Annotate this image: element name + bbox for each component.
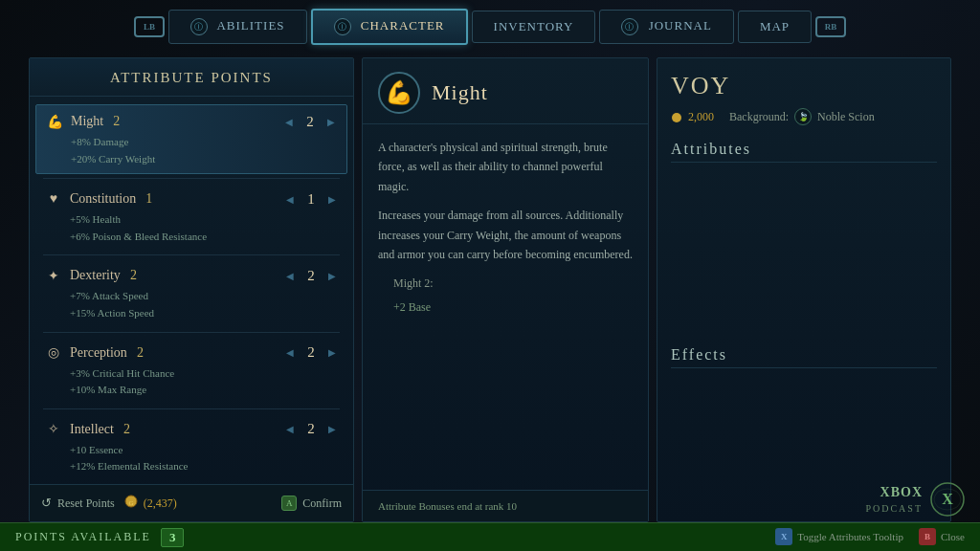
- rank-label: Might 2:: [393, 274, 617, 293]
- points-available-value: 3: [161, 528, 185, 547]
- might-name: Might: [71, 114, 103, 129]
- attribute-constitution[interactable]: ♥ Constitution 1 ◀ 1 ▶ +5% Health +6% Po…: [35, 183, 347, 251]
- divider-3: [43, 332, 340, 333]
- dexterity-increase[interactable]: ▶: [324, 268, 340, 283]
- reset-icon: ↺: [41, 496, 52, 511]
- intellect-name: Intellect: [70, 422, 114, 437]
- attribute-list: 💪 Might 2 ◀ 2 ▶ +8% Damage +20% Carry We…: [30, 97, 353, 484]
- xbox-podcast-logo: XBOX PODCAST X: [865, 482, 965, 517]
- xbox-text: XBOX PODCAST: [865, 484, 923, 514]
- attribute-might[interactable]: 💪 Might 2 ◀ 2 ▶ +8% Damage +20% Carry We…: [35, 104, 347, 174]
- b-button-icon: B: [919, 528, 936, 545]
- perception-value: 2: [303, 344, 319, 361]
- constitution-decrease[interactable]: ◀: [282, 191, 298, 207]
- x-button-icon: X: [775, 528, 792, 545]
- might-bonus-2: +20% Carry Weight: [71, 151, 339, 168]
- perception-increase[interactable]: ▶: [324, 345, 340, 361]
- toggle-tooltip-button[interactable]: X Toggle Attributes Tooltip: [775, 528, 903, 545]
- character-name: VOY: [671, 72, 937, 100]
- dexterity-number: 2: [130, 268, 137, 283]
- might-value: 2: [302, 114, 318, 130]
- rank-value: +2 Base: [393, 298, 617, 317]
- tab-journal[interactable]: ⓘ JOURNAL: [599, 10, 733, 45]
- tab-abilities[interactable]: ⓘ ABILITIES: [168, 10, 307, 45]
- tab-map[interactable]: MAP: [738, 11, 812, 43]
- confirm-button[interactable]: A Confirm: [281, 496, 342, 511]
- close-button[interactable]: B Close: [919, 528, 965, 545]
- divider-2: [43, 254, 340, 255]
- svg-text:G: G: [128, 499, 133, 507]
- perception-bonuses: +3% Critical Hit Chance +10% Max Range: [43, 365, 340, 399]
- attributes-section-content: [671, 174, 937, 346]
- dexterity-icon: ✦: [43, 265, 64, 286]
- lb-bumper[interactable]: LB: [134, 16, 165, 37]
- attribute-perception[interactable]: ◎ Perception 2 ◀ 2 ▶ +3% Critical Hit Ch…: [35, 337, 347, 405]
- tab-character[interactable]: ⓘ CHARACTER: [311, 9, 468, 46]
- intellect-increase[interactable]: ▶: [324, 422, 340, 437]
- dexterity-bonuses: +7% Attack Speed +15% Action Speed: [43, 288, 340, 321]
- dexterity-decrease[interactable]: ◀: [282, 268, 298, 283]
- intellect-icon: ✧: [43, 419, 64, 440]
- main-content: Attribute Points 💪 Might 2 ◀ 2 ▶: [29, 57, 951, 522]
- panel-title: Attribute Points: [30, 58, 353, 97]
- intellect-bonus-1: +10 Essence: [70, 442, 340, 459]
- perception-number: 2: [137, 345, 144, 361]
- perception-bonus-1: +3% Critical Hit Chance: [70, 365, 340, 383]
- dexterity-value: 2: [303, 268, 319, 284]
- perception-name: Perception: [70, 345, 127, 361]
- confirm-icon: A: [281, 496, 297, 511]
- might-bonuses: +8% Damage +20% Carry Weight: [44, 134, 339, 167]
- effects-section-title: Effects: [671, 346, 937, 368]
- attribute-points-panel: Attribute Points 💪 Might 2 ◀ 2 ▶: [29, 57, 354, 522]
- dexterity-bonus-1: +7% Attack Speed: [70, 288, 340, 305]
- skill-description: A character's physical and spiritual str…: [363, 124, 648, 490]
- constitution-icon: ♥: [43, 188, 64, 209]
- xbox-logo-icon: X: [930, 482, 965, 517]
- attribute-intellect[interactable]: ✧ Intellect 2 ◀ 2 ▶ +10 Essence +12% Ele…: [35, 413, 347, 481]
- character-meta: 2,000 Background: 🍃 Noble Scion: [671, 108, 937, 125]
- coin-amount: (2,437): [144, 496, 177, 511]
- intellect-decrease[interactable]: ◀: [282, 422, 298, 437]
- background-icon: 🍃: [794, 108, 812, 125]
- constitution-bonuses: +5% Health +6% Poison & Bleed Resistance: [43, 211, 340, 245]
- rb-bumper[interactable]: RB: [815, 16, 846, 37]
- skill-title: Might: [432, 80, 488, 105]
- divider-4: [43, 408, 340, 409]
- close-label: Close: [941, 531, 965, 542]
- might-number: 2: [113, 114, 120, 129]
- constitution-bonus-2: +6% Poison & Bleed Resistance: [70, 229, 340, 246]
- attribute-dexterity[interactable]: ✦ Dexterity 2 ◀ 2 ▶ +7% Attack Speed +15…: [35, 259, 347, 327]
- svg-point-2: [672, 113, 681, 122]
- confirm-label: Confirm: [302, 496, 342, 511]
- tab-inventory[interactable]: INVENTORY: [472, 11, 596, 43]
- journal-icon: ⓘ: [621, 18, 638, 35]
- constitution-value: 1: [303, 191, 319, 208]
- dexterity-name: Dexterity: [70, 268, 121, 283]
- bonus-bar-text: Attribute Bonuses end at rank 10: [363, 490, 648, 521]
- constitution-increase[interactable]: ▶: [324, 191, 340, 207]
- skill-detail-panel: 💪 Might A character's physical and spiri…: [362, 57, 649, 522]
- perception-bonus-2: +10% Max Range: [70, 382, 340, 399]
- might-decrease[interactable]: ◀: [281, 114, 297, 129]
- skill-header: 💪 Might: [363, 58, 648, 124]
- perception-icon: ◎: [43, 342, 64, 364]
- intellect-bonus-2: +12% Elemental Resistance: [70, 458, 340, 475]
- intellect-value: 2: [303, 421, 319, 437]
- constitution-number: 1: [145, 191, 152, 207]
- skill-rank-info: Might 2: +2 Base: [378, 274, 633, 332]
- skill-desc-1: A character's physical and spiritual str…: [378, 138, 633, 196]
- points-available-label: POINTS AVAILABLE: [15, 530, 151, 544]
- reset-label: Reset Points: [57, 496, 115, 511]
- panel-footer: ↺ Reset Points G (2,437) A Confirm: [30, 484, 353, 521]
- top-navigation: LB ⓘ ABILITIES ⓘ CHARACTER INVENTORY ⓘ J…: [0, 0, 980, 54]
- svg-text:X: X: [942, 491, 953, 507]
- dexterity-bonus-2: +15% Action Speed: [70, 305, 340, 322]
- might-icon: 💪: [44, 111, 65, 132]
- bottom-controls: X Toggle Attributes Tooltip B Close: [775, 528, 965, 545]
- perception-decrease[interactable]: ◀: [282, 345, 298, 361]
- attributes-section-title: Attributes: [671, 141, 937, 163]
- intellect-bonuses: +10 Essence +12% Elemental Resistance: [43, 442, 340, 475]
- reset-points-button[interactable]: ↺ Reset Points G (2,437): [41, 495, 177, 512]
- might-increase[interactable]: ▶: [323, 114, 339, 129]
- gold-amount: 2,000: [671, 110, 714, 124]
